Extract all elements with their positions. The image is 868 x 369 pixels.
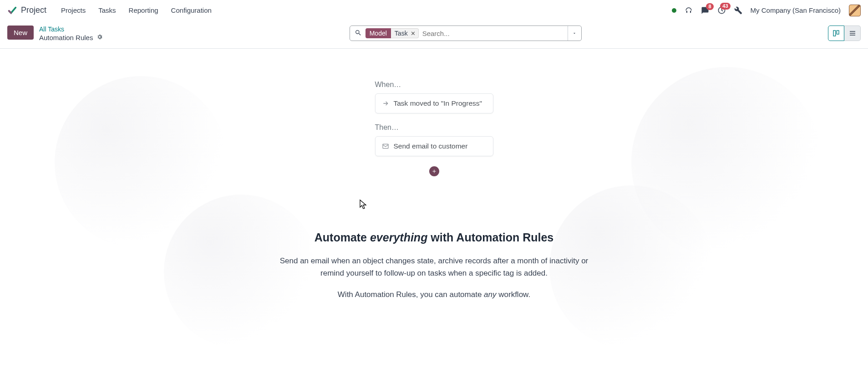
when-card: Task moved to "In Progress" [375, 93, 493, 113]
company-switcher[interactable]: My Company (San Francisco) [751, 6, 841, 14]
activities-icon[interactable]: 43 [717, 6, 726, 15]
voip-icon[interactable] [685, 6, 693, 15]
search-icon [350, 29, 365, 38]
search-facet-remove-icon[interactable]: ✕ [411, 30, 416, 37]
empty-headline: Automate everything with Automation Rule… [315, 231, 554, 244]
breadcrumbs: All Tasks Automation Rules [39, 26, 103, 42]
main-menu: Projects Tasks Reporting Configuration [61, 6, 212, 14]
headline-pre: Automate [315, 231, 370, 244]
cp-center: Model Task ✕ [103, 26, 828, 41]
search-options-toggle[interactable] [568, 26, 581, 41]
then-card: Send email to customer [375, 136, 493, 156]
para2-pre: With Automation Rules, you can automate [338, 290, 484, 299]
arrow-right-icon [382, 100, 389, 107]
search-input[interactable] [419, 30, 568, 37]
when-label: When… [375, 81, 493, 89]
app-name[interactable]: Project [21, 5, 46, 15]
empty-para2: With Automation Rules, you can automate … [338, 290, 530, 299]
breadcrumb-current: Automation Rules [39, 34, 93, 42]
new-button[interactable]: New [7, 26, 34, 40]
add-action-button[interactable] [429, 166, 439, 176]
view-kanban-button[interactable] [828, 26, 844, 41]
breadcrumb-parent[interactable]: All Tasks [39, 26, 103, 34]
search-bar[interactable]: Model Task ✕ [350, 26, 582, 41]
svg-rect-1 [833, 31, 836, 36]
cursor-pointer-icon [359, 199, 368, 210]
then-text: Send email to customer [394, 142, 468, 150]
messages-icon[interactable]: 8 [701, 6, 709, 15]
para2-post: workflow. [497, 290, 531, 299]
topnav: Project Projects Tasks Reporting Configu… [0, 0, 868, 21]
search-facet-value: Task ✕ [391, 28, 419, 38]
app-logo-icon[interactable] [7, 5, 17, 15]
user-avatar[interactable] [849, 5, 861, 16]
menu-projects[interactable]: Projects [61, 6, 86, 14]
search-facet-value-text: Task [395, 30, 408, 37]
then-label: Then… [375, 123, 493, 132]
empty-para1: Send an email when an object changes sta… [275, 255, 594, 279]
control-panel: New All Tasks Automation Rules Model Tas… [0, 21, 868, 49]
debug-icon[interactable] [734, 6, 742, 15]
view-list-button[interactable] [844, 26, 861, 41]
presence-dot-icon[interactable] [672, 8, 676, 13]
when-text: Task moved to "In Progress" [394, 99, 482, 108]
svg-rect-2 [837, 31, 839, 34]
menu-configuration[interactable]: Configuration [171, 6, 212, 14]
activities-badge: 43 [720, 3, 730, 10]
envelope-icon [382, 143, 389, 150]
menu-reporting[interactable]: Reporting [129, 6, 158, 14]
gear-icon[interactable] [96, 34, 103, 42]
menu-tasks[interactable]: Tasks [98, 6, 116, 14]
empty-state: When… Task moved to "In Progress" Then… … [0, 49, 868, 299]
headline-em: everything [370, 231, 427, 244]
cp-left: New All Tasks Automation Rules [7, 26, 103, 42]
main-area: When… Task moved to "In Progress" Then… … [0, 49, 868, 368]
para2-em: any [484, 290, 496, 299]
messages-badge: 8 [706, 3, 713, 10]
topnav-right: 8 43 My Company (San Francisco) [672, 5, 861, 16]
topnav-left: Project Projects Tasks Reporting Configu… [7, 5, 212, 15]
rule-preview: When… Task moved to "In Progress" Then… … [375, 81, 493, 176]
headline-post: with Automation Rules [427, 231, 553, 244]
cp-right [828, 26, 861, 41]
search-facet-label: Model [365, 28, 391, 38]
